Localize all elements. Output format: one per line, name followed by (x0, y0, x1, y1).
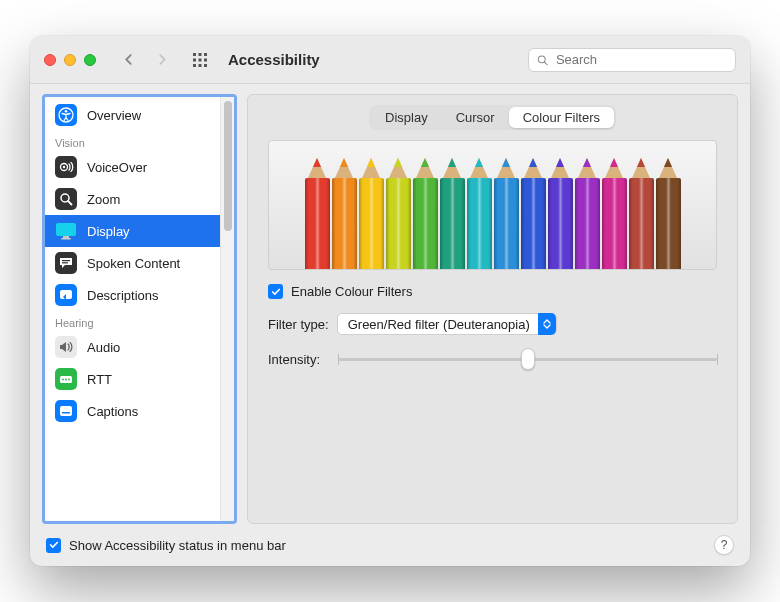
sidebar-item-label: Overview (87, 108, 141, 123)
sidebar-header-vision: Vision (45, 131, 220, 151)
check-icon (49, 540, 59, 550)
scrollbar-thumb[interactable] (224, 101, 232, 231)
back-button[interactable] (116, 49, 140, 71)
slider-thumb[interactable] (521, 348, 535, 370)
check-icon (271, 287, 281, 297)
pencil (602, 154, 627, 269)
chevron-right-icon (157, 54, 168, 65)
enable-filters-label: Enable Colour Filters (291, 284, 412, 299)
filter-type-row: Filter type: Green/Red filter (Deuterano… (268, 313, 717, 335)
pencil (494, 154, 519, 269)
pencil (575, 154, 600, 269)
svg-point-14 (63, 166, 65, 168)
sidebar-item-label: Audio (87, 340, 120, 355)
voiceover-icon (55, 156, 77, 178)
sidebar-item-rtt[interactable]: RTT (45, 363, 220, 395)
sidebar-item-label: Display (87, 224, 130, 239)
show-status-checkbox[interactable] (46, 538, 61, 553)
show-all-button[interactable] (188, 49, 212, 71)
sidebar-item-overview[interactable]: Overview (45, 99, 220, 131)
speech-bubble-icon (55, 252, 77, 274)
minimize-window-button[interactable] (64, 54, 76, 66)
accessibility-icon (55, 104, 77, 126)
svg-rect-2 (204, 53, 207, 56)
help-button[interactable]: ? (714, 535, 734, 555)
svg-rect-18 (63, 236, 69, 238)
svg-rect-19 (61, 238, 71, 240)
sidebar-item-captions[interactable]: Captions (45, 395, 220, 427)
speaker-icon (55, 336, 77, 358)
svg-rect-28 (62, 412, 70, 414)
sidebar-scrollbar[interactable] (220, 97, 234, 521)
svg-rect-3 (193, 58, 196, 61)
svg-rect-6 (193, 64, 196, 67)
captions-icon (55, 400, 77, 422)
svg-point-26 (68, 379, 70, 381)
svg-line-16 (68, 201, 72, 205)
tab-colour-filters[interactable]: Colour Filters (509, 107, 614, 128)
descriptions-icon (55, 284, 77, 306)
prefs-window: Accessibility Overview Vision (30, 36, 750, 566)
svg-line-10 (544, 62, 547, 65)
svg-rect-17 (56, 223, 76, 236)
intensity-slider[interactable] (338, 349, 717, 369)
intensity-row: Intensity: (268, 349, 717, 369)
forward-button[interactable] (150, 49, 174, 71)
svg-rect-0 (193, 53, 196, 56)
sidebar-item-label: Spoken Content (87, 256, 180, 271)
footer: Show Accessibility status in menu bar ? (30, 524, 750, 566)
chevron-left-icon (123, 54, 134, 65)
sidebar-item-spoken-content[interactable]: Spoken Content (45, 247, 220, 279)
sidebar-item-descriptions[interactable]: Descriptions (45, 279, 220, 311)
pencil (629, 154, 654, 269)
sidebar-item-label: VoiceOver (87, 160, 147, 175)
search-input[interactable] (554, 51, 727, 68)
search-icon (537, 54, 548, 66)
pencil (656, 154, 681, 269)
body: Overview Vision VoiceOver Zoom (30, 84, 750, 524)
svg-rect-7 (199, 64, 202, 67)
close-window-button[interactable] (44, 54, 56, 66)
select-arrows-icon (538, 313, 556, 335)
tab-display[interactable]: Display (371, 107, 442, 128)
tab-cursor[interactable]: Cursor (442, 107, 509, 128)
sidebar-header-hearing: Hearing (45, 311, 220, 331)
display-icon (55, 220, 77, 242)
sidebar: Overview Vision VoiceOver Zoom (42, 94, 237, 524)
search-field[interactable] (528, 48, 736, 72)
sidebar-item-label: Zoom (87, 192, 120, 207)
svg-rect-20 (62, 260, 70, 261)
zoom-icon (55, 188, 77, 210)
pencil (413, 154, 438, 269)
rtt-icon (55, 368, 77, 390)
intensity-label: Intensity: (268, 352, 330, 367)
sidebar-item-zoom[interactable]: Zoom (45, 183, 220, 215)
window-controls (44, 54, 96, 66)
enable-filters-row: Enable Colour Filters (268, 284, 717, 299)
content-pane: Display Cursor Colour Filters Enable Col… (247, 94, 738, 524)
zoom-window-button[interactable] (84, 54, 96, 66)
svg-rect-5 (204, 58, 207, 61)
sidebar-list: Overview Vision VoiceOver Zoom (45, 97, 220, 521)
enable-filters-checkbox[interactable] (268, 284, 283, 299)
pencil (386, 154, 411, 269)
sidebar-item-label: Captions (87, 404, 138, 419)
pencil (548, 154, 573, 269)
svg-rect-8 (204, 64, 207, 67)
show-status-label: Show Accessibility status in menu bar (69, 538, 286, 553)
filter-type-value: Green/Red filter (Deuteranopia) (348, 317, 530, 332)
pencil (305, 154, 330, 269)
grid-icon (192, 52, 208, 68)
titlebar: Accessibility (30, 36, 750, 84)
pencil (467, 154, 492, 269)
colour-preview (268, 140, 717, 270)
svg-point-12 (65, 110, 68, 113)
sidebar-item-display[interactable]: Display (45, 215, 220, 247)
pencil (521, 154, 546, 269)
filter-type-label: Filter type: (268, 317, 329, 332)
svg-point-25 (65, 379, 67, 381)
filter-type-select[interactable]: Green/Red filter (Deuteranopia) (337, 313, 557, 335)
sidebar-item-voiceover[interactable]: VoiceOver (45, 151, 220, 183)
sidebar-item-audio[interactable]: Audio (45, 331, 220, 363)
tabbar: Display Cursor Colour Filters (369, 105, 616, 130)
